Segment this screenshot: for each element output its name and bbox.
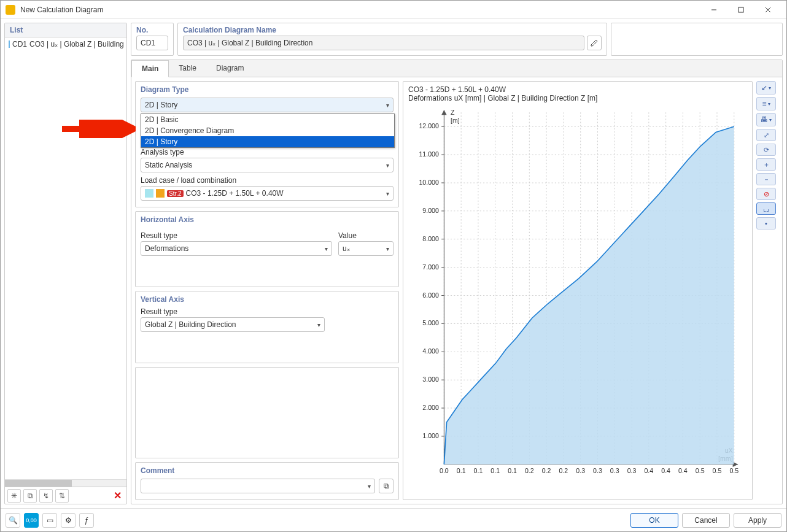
vertical-axis-header: Vertical Axis	[141, 295, 394, 304]
script-icon: ƒ	[85, 516, 89, 525]
axis-tool-button[interactable]: ↙▾	[756, 81, 776, 94]
list-header: List	[5, 23, 126, 37]
tab-table[interactable]: Table	[169, 60, 206, 77]
number-input[interactable]: CD1	[136, 36, 168, 50]
dropdown-option[interactable]: 2D | Basic	[141, 114, 394, 125]
new-item-button[interactable]: ✳	[7, 489, 21, 503]
minimize-icon	[711, 7, 717, 13]
ha-result-type-value: Deformations	[145, 244, 188, 253]
apply-button[interactable]: Apply	[734, 513, 781, 528]
dropdown-option[interactable]: 2D | Convergence Diagram	[141, 125, 394, 136]
loadcase-select[interactable]: Str.2 CO3 - 1.25D + 1.50L + 0.40W ▾	[141, 186, 394, 201]
tabs: Main Table Diagram	[131, 60, 782, 77]
minimize-button[interactable]	[700, 1, 727, 18]
chevron-down-icon: ▾	[317, 322, 320, 328]
svg-text:0.1: 0.1	[508, 468, 517, 474]
name-input[interactable]: CO3 | uₓ | Global Z | Building Direction	[183, 36, 584, 50]
ha-value-select[interactable]: uₓ ▾	[338, 241, 394, 256]
va-result-type-value: Global Z | Building Direction	[145, 320, 236, 329]
tab-diagram[interactable]: Diagram	[206, 60, 254, 77]
ok-button[interactable]: OK	[630, 513, 678, 528]
list-hscrollbar[interactable]	[5, 479, 126, 487]
svg-text:0.1: 0.1	[474, 468, 483, 474]
svg-text:7.000: 7.000	[422, 264, 439, 271]
script-button[interactable]: ƒ	[79, 513, 94, 528]
name-label: Calculation Diagram Name	[178, 23, 607, 36]
delete-item-button[interactable]: ✕	[110, 489, 124, 503]
zoom-fit-button[interactable]: ⤢	[756, 129, 776, 141]
svg-text:1.000: 1.000	[422, 433, 439, 439]
tool-button-b[interactable]: ⇅	[55, 489, 69, 503]
diagram-type-header: Diagram Type	[141, 85, 394, 94]
list-item-key: CD1	[12, 40, 27, 48]
svg-text:10.000: 10.000	[419, 179, 439, 186]
zoom-in-button[interactable]: ＋	[756, 158, 776, 171]
axis-labels-button[interactable]: ≡▾	[756, 97, 776, 110]
svg-rect-1	[739, 7, 743, 12]
diagram-type-dropdown[interactable]: 2D | Basic 2D | Convergence Diagram 2D |…	[141, 114, 395, 148]
units-button[interactable]: 0,00	[24, 513, 39, 528]
vertical-axis-panel: Vertical Axis Result type Global Z | Bui…	[135, 291, 399, 363]
list-item-color-icon	[9, 40, 10, 48]
chart-canvas[interactable]: 1.0002.0003.0004.0005.0006.0007.0008.000…	[408, 106, 747, 496]
analysis-type-select[interactable]: Static Analysis ▾	[141, 158, 394, 172]
svg-text:0.4: 0.4	[678, 468, 688, 474]
comment-select[interactable]: ▾	[141, 479, 375, 493]
va-result-type-label: Result type	[141, 307, 394, 316]
ha-result-type-select[interactable]: Deformations ▾	[141, 241, 332, 256]
chart-title: CO3 - 1.25D + 1.50L + 0.40W	[408, 85, 747, 94]
dropdown-option-selected[interactable]: 2D | Story	[141, 136, 394, 147]
layout-button[interactable]: ▭	[42, 513, 57, 528]
search-icon: 🔍	[9, 516, 18, 525]
chevron-down-icon: ▾	[325, 245, 328, 252]
chevron-down-icon: ▾	[386, 162, 389, 169]
diagram-type-panel: Diagram Type 2D | Story ▾ 2D | Basic 2D …	[135, 81, 399, 207]
zoom-out-button[interactable]: －	[756, 173, 776, 185]
ha-value-label: Value	[338, 231, 394, 240]
zoom-reset-button[interactable]: ⟳	[756, 144, 776, 156]
horizontal-axis-panel: Horizontal Axis Result type Deformations…	[135, 211, 399, 287]
list-footer: ✳ ⧉ ↯ ⇅ ✕	[5, 487, 126, 504]
name-box: Calculation Diagram Name CO3 | uₓ | Glob…	[177, 23, 607, 56]
comment-library-button[interactable]: ⧉	[379, 479, 394, 493]
number-box: No. CD1	[131, 23, 174, 56]
close-button[interactable]	[754, 1, 781, 18]
window-title: New Calculation Diagram	[20, 6, 700, 14]
chevron-down-icon: ▾	[386, 190, 389, 197]
layout-icon: ▭	[47, 516, 53, 525]
print-button[interactable]: 🖶▾	[756, 113, 776, 126]
edit-name-button[interactable]	[587, 36, 602, 50]
maximize-button[interactable]	[727, 1, 754, 18]
diagram-type-select[interactable]: 2D | Story ▾	[141, 98, 394, 112]
cancel-button[interactable]: Cancel	[682, 513, 730, 528]
color-swatch-icon	[145, 189, 153, 198]
svg-text:0.2: 0.2	[542, 468, 551, 474]
search-button[interactable]: 🔍	[6, 513, 20, 528]
copy-item-button[interactable]: ⧉	[23, 489, 37, 503]
va-result-type-select[interactable]: Global Z | Building Direction ▾	[141, 317, 325, 332]
ha-result-type-label: Result type	[141, 231, 332, 240]
svg-text:0.3: 0.3	[627, 468, 637, 474]
comment-panel: Comment ▾ ⧉	[135, 462, 399, 500]
list-item[interactable]: CD1 CO3 | uₓ | Global Z | Building	[6, 39, 125, 50]
horizontal-axis-header: Horizontal Axis	[141, 215, 394, 224]
diagram-type-selected: 2D | Story	[145, 101, 177, 109]
chevron-down-icon: ▾	[386, 245, 389, 252]
chart-mode-button[interactable]: ⌞⌟	[756, 202, 776, 215]
tab-main[interactable]: Main	[131, 60, 169, 77]
svg-text:5.000: 5.000	[422, 320, 439, 327]
marker-delete-button[interactable]: ⊘	[756, 188, 776, 200]
svg-text:0.5: 0.5	[696, 468, 705, 474]
loadcase-tag: Str.2	[167, 190, 184, 197]
tool-button-a[interactable]: ↯	[39, 489, 53, 503]
svg-text:0.3: 0.3	[610, 468, 619, 474]
point-mode-button[interactable]: •	[756, 217, 776, 229]
list-body[interactable]: CD1 CO3 | uₓ | Global Z | Building	[5, 37, 126, 487]
svg-text:0.4: 0.4	[644, 468, 653, 474]
svg-text:4.000: 4.000	[422, 348, 439, 355]
list-panel: List CD1 CO3 | uₓ | Global Z | Building …	[4, 23, 127, 504]
svg-text:0.1: 0.1	[490, 468, 500, 474]
svg-text:6.000: 6.000	[422, 292, 439, 299]
svg-text:11.000: 11.000	[419, 151, 439, 158]
settings-button[interactable]: ⚙	[61, 513, 76, 528]
